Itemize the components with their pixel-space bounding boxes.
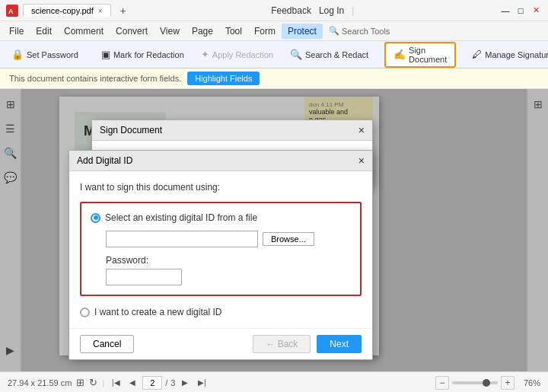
nav-btns: ← Back Next (253, 335, 362, 353)
option1-row: Select an existing digital ID from a fil… (91, 212, 351, 223)
dimensions-text: 27.94 x 21.59 cm (8, 378, 72, 387)
sign-document-btn[interactable]: ✍ Sign Document (384, 42, 456, 68)
zoom-level: 76% (518, 378, 540, 387)
search-redact-btn[interactable]: 🔍 Search & Redact (283, 46, 375, 63)
cancel-btn[interactable]: Cancel (80, 335, 134, 353)
toolbar: 🔒 Set Password ▣ Mark for Redaction ✦ Ap… (0, 41, 548, 69)
title-bar: A science-copy.pdf × + Feedback Log In |… (0, 0, 548, 21)
status-right: − + 76% (435, 376, 540, 390)
option1-radio[interactable] (91, 213, 100, 223)
option1-label: Select an existing digital ID from a fil… (105, 212, 257, 223)
next-page-btn[interactable]: ▶ (178, 376, 192, 390)
sig-icon: 🖊 (472, 49, 482, 60)
digital-id-title: Add Digital ID (77, 155, 132, 166)
last-page-btn[interactable]: ▶| (195, 376, 209, 390)
zoom-in-btn[interactable]: + (501, 376, 515, 390)
zoom-out-btn[interactable]: − (435, 376, 449, 390)
file-path-row: Browse... (106, 231, 351, 247)
maximize-btn[interactable]: □ (515, 5, 527, 17)
active-tab[interactable]: science-copy.pdf × (23, 4, 111, 17)
digital-id-titlebar: Add Digital ID × (69, 151, 372, 171)
mark-icon: ▣ (101, 49, 110, 60)
first-page-btn[interactable]: |◀ (109, 376, 123, 390)
option2-label: I want to create a new digital ID (94, 307, 221, 317)
tab-close-btn[interactable]: × (98, 7, 103, 15)
digital-id-body: I want to sign this document using: Sele… (69, 171, 372, 328)
menu-edit[interactable]: Edit (30, 24, 58, 39)
search-icon: 🔍 (329, 26, 339, 36)
option2-radio[interactable] (80, 308, 90, 317)
info-bar: This document contains interactive form … (0, 69, 548, 89)
page-number-input[interactable] (142, 376, 162, 390)
sign-dialog-close-btn[interactable]: × (358, 124, 365, 136)
lock-icon: 🔒 (11, 49, 24, 60)
highlight-fields-btn[interactable]: Highlight Fields (187, 72, 260, 85)
menu-bar: File Edit Comment Convert View Page Tool… (0, 21, 548, 41)
zoom-slider[interactable] (452, 381, 498, 384)
search-tools-btn[interactable]: 🔍 Search Tools (323, 24, 396, 38)
menu-file[interactable]: File (3, 24, 30, 39)
main-area: ⊞ ☰ 🔍 💬 ▶ Mat n table n gas. on is: don … (0, 89, 548, 371)
digital-id-close-btn[interactable]: × (358, 155, 365, 167)
zoom-thumb (483, 379, 490, 387)
rotate-icon: ↻ (89, 377, 97, 388)
app-icon: A (6, 5, 18, 17)
svg-text:A: A (8, 8, 14, 15)
digital-id-footer: Cancel ← Back Next (69, 328, 372, 359)
sign-icon: ✍ (393, 49, 406, 60)
menu-comment[interactable]: Comment (58, 24, 110, 39)
info-message: This document contains interactive form … (9, 74, 181, 83)
file-path-input[interactable] (106, 231, 258, 247)
tab-filename: science-copy.pdf (31, 6, 94, 15)
fit-icon: ⊞ (76, 377, 84, 388)
digital-id-dialog: Add Digital ID × I want to sign this doc… (68, 150, 373, 360)
menu-tool[interactable]: Tool (219, 24, 248, 39)
back-btn[interactable]: ← Back (253, 335, 311, 353)
menu-view[interactable]: View (154, 24, 186, 39)
add-tab-btn[interactable]: + (114, 3, 132, 18)
page-total: 3 (170, 378, 175, 387)
page-total-sep: / (165, 378, 167, 387)
mark-redaction-btn[interactable]: ▣ Mark for Redaction (94, 46, 191, 63)
search-redact-icon: 🔍 (290, 49, 302, 60)
status-left: 27.94 x 21.59 cm ⊞ ↻ | |◀ ◀ / 3 ▶ ▶| (8, 376, 429, 390)
sign-dialog-titlebar: Sign Document × (92, 120, 372, 141)
close-btn[interactable]: ✕ (530, 5, 542, 17)
set-password-btn[interactable]: 🔒 Set Password (5, 46, 85, 63)
menu-convert[interactable]: Convert (110, 24, 154, 39)
sign-dialog-title: Sign Document (100, 125, 162, 135)
feedback-link[interactable]: Feedback (271, 5, 311, 16)
apply-icon: ✦ (201, 49, 209, 60)
password-label: Password: (106, 255, 351, 266)
did-options-box: Select an existing digital ID from a fil… (80, 202, 362, 296)
option2-row: I want to create a new digital ID (80, 307, 362, 317)
login-link[interactable]: Log In (319, 5, 344, 16)
window-controls: — □ ✕ (499, 5, 542, 17)
status-bar: 27.94 x 21.59 cm ⊞ ↻ | |◀ ◀ / 3 ▶ ▶| − +… (0, 371, 548, 392)
page-navigation: |◀ ◀ / 3 ▶ ▶| (109, 376, 209, 390)
manage-signatures-btn[interactable]: 🖊 Manage Signatures ▾ (465, 46, 548, 63)
menu-page[interactable]: Page (186, 24, 219, 39)
minimize-btn[interactable]: — (499, 5, 511, 17)
browse-btn[interactable]: Browse... (263, 232, 314, 246)
prev-page-btn[interactable]: ◀ (126, 376, 139, 390)
did-instruction: I want to sign this document using: (80, 182, 362, 193)
next-btn[interactable]: Next (317, 335, 362, 353)
password-input[interactable] (106, 269, 182, 285)
menu-form[interactable]: Form (248, 24, 282, 39)
zoom-control: − + 76% (435, 376, 540, 390)
apply-redaction-btn[interactable]: ✦ Apply Redaction (194, 46, 280, 63)
menu-protect[interactable]: Protect (282, 24, 323, 39)
